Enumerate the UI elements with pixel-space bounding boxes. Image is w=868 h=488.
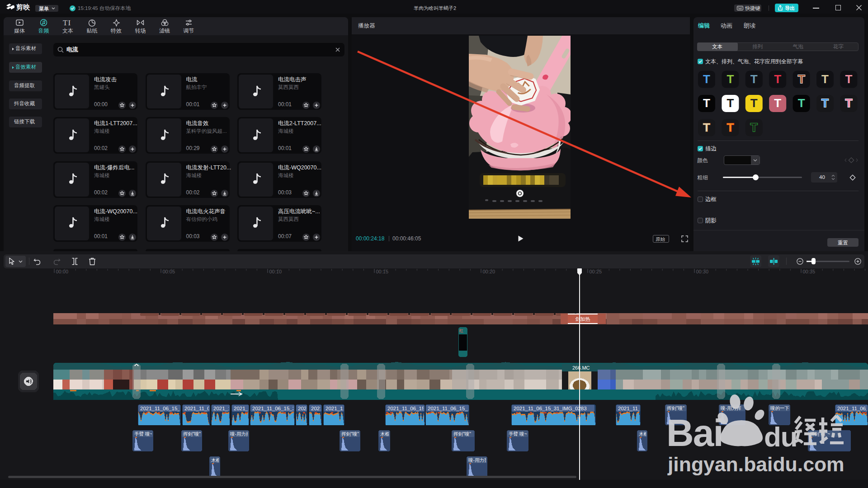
svg-text:T: T bbox=[726, 72, 734, 86]
svg-text:嗖-用力扔: 嗖-用力扔 bbox=[468, 457, 489, 463]
svg-text:T: T bbox=[821, 96, 829, 110]
svg-text:挥剑"嗖": 挥剑"嗖" bbox=[183, 431, 201, 436]
svg-text:266.MC: 266.MC bbox=[572, 365, 590, 371]
svg-text:手臂 嗖~: 手臂 嗖~ bbox=[509, 431, 527, 436]
svg-text:T: T bbox=[774, 72, 781, 86]
svg-text:Bai: Bai bbox=[666, 412, 723, 454]
svg-text:挥剑"嗖": 挥剑"嗖" bbox=[341, 431, 359, 436]
svg-text:2021_11_06_15_31_: 2021_11_06_15_31_ bbox=[140, 406, 189, 411]
svg-text:T: T bbox=[703, 96, 710, 110]
svg-text:刽加热: 刽加热 bbox=[576, 316, 590, 322]
svg-text:木棍: 木棍 bbox=[380, 431, 390, 436]
svg-text:jingyan.baidu.com: jingyan.baidu.com bbox=[667, 453, 844, 475]
svg-text:T: T bbox=[845, 96, 852, 110]
svg-text:T: T bbox=[726, 121, 734, 134]
svg-text:2021_11_06: 2021_11_06 bbox=[184, 406, 213, 411]
svg-text:2021_11_: 2021_11_ bbox=[326, 406, 349, 411]
svg-text:2021_11_06_15_31: 2021_11_06_15_31 bbox=[428, 406, 473, 411]
svg-text:2021_11_06_15_31_IMG_0283: 2021_11_06_15_31_IMG_0283 bbox=[514, 406, 587, 411]
svg-text:T: T bbox=[750, 121, 758, 134]
svg-text:2021_11_06_15_31_I: 2021_11_06_15_31_I bbox=[252, 406, 302, 411]
svg-text:du: du bbox=[764, 421, 797, 452]
svg-text:T: T bbox=[750, 72, 758, 86]
svg-text:T: T bbox=[703, 121, 710, 134]
svg-text:T: T bbox=[774, 96, 781, 110]
svg-text:2021_1: 2021_1 bbox=[213, 406, 231, 411]
svg-text:T: T bbox=[798, 96, 805, 110]
svg-text:202: 202 bbox=[298, 406, 307, 411]
svg-text:T: T bbox=[750, 96, 758, 110]
svg-text:T: T bbox=[726, 96, 734, 110]
svg-text:手臂 嗖~: 手臂 嗖~ bbox=[134, 431, 153, 436]
svg-text:红: 红 bbox=[459, 328, 463, 333]
svg-text:T: T bbox=[703, 72, 710, 86]
svg-text:T: T bbox=[821, 72, 829, 86]
svg-text:T: T bbox=[798, 72, 805, 86]
svg-text:挥剑"嗖": 挥剑"嗖" bbox=[453, 431, 471, 436]
svg-text:T: T bbox=[845, 72, 852, 86]
